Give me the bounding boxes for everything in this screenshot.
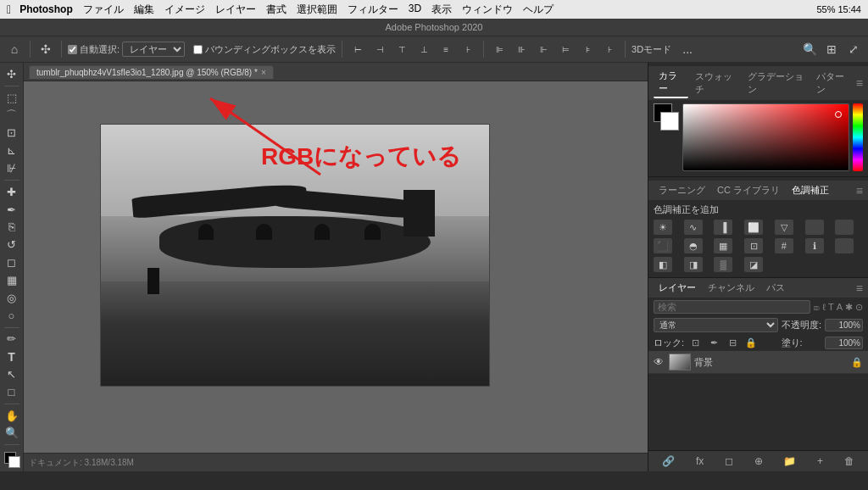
adj-gradient-map[interactable]: ▒ — [714, 257, 732, 272]
eyedropper-tool[interactable]: ⊮ — [3, 160, 21, 176]
menu-type[interactable]: 書式 — [266, 3, 287, 17]
layer-fx-button[interactable]: fx — [693, 454, 707, 469]
adj-vibrance[interactable]: ▽ — [775, 220, 793, 235]
adj-extra[interactable] — [835, 238, 854, 253]
auto-select-checkbox[interactable] — [68, 45, 77, 54]
document-canvas[interactable] — [100, 124, 490, 387]
tab-color[interactable]: カラー — [654, 68, 688, 98]
layer-visibility-icon[interactable]: 👁 — [654, 356, 665, 368]
clone-tool[interactable]: ⎘ — [3, 219, 21, 235]
menu-image[interactable]: イメージ — [164, 3, 205, 17]
shape-tool[interactable]: □ — [3, 384, 21, 400]
marquee-tool[interactable]: ⬚ — [3, 90, 21, 106]
gradient-tool[interactable]: ▦ — [3, 272, 21, 288]
tab-swatches[interactable]: スウォッチ — [690, 69, 741, 97]
align-vcenter-button[interactable]: ≡ — [437, 40, 455, 58]
adj-coloredit[interactable]: ⊡ — [744, 238, 763, 253]
lock-position-button[interactable]: ✒ — [706, 336, 721, 349]
blur-tool[interactable]: ◎ — [3, 290, 21, 306]
layer-adjustment-button[interactable]: ⊕ — [751, 454, 766, 469]
hand-tool[interactable]: ✋ — [3, 408, 21, 424]
blend-mode-select[interactable]: 通常 — [654, 318, 778, 332]
distrib-button-2[interactable]: ⊪ — [512, 40, 531, 58]
lock-pixels-button[interactable]: ⊡ — [687, 336, 703, 349]
opacity-input[interactable] — [825, 319, 863, 331]
layers-icon-3[interactable]: T — [828, 302, 834, 313]
color-gradient-box[interactable] — [682, 103, 849, 171]
distrib-button-6[interactable]: ⊦ — [600, 40, 619, 58]
tab-close-button[interactable]: × — [261, 68, 266, 77]
bg-color-swatch[interactable] — [660, 112, 679, 131]
adj-panel-menu[interactable]: ≡ — [856, 184, 863, 198]
layers-panel-menu[interactable]: ≡ — [856, 281, 863, 295]
move-tool-button[interactable]: ✣ — [36, 40, 55, 58]
menu-3d[interactable]: 3D — [409, 3, 421, 17]
bounding-box-checkbox[interactable] — [193, 45, 203, 54]
workspace-button[interactable]: ⊞ — [822, 40, 841, 58]
adj-grid[interactable]: # — [775, 238, 793, 253]
tab-gradients[interactable]: グラデーション — [743, 69, 810, 97]
fg-bg-color-widget[interactable] — [3, 450, 21, 466]
adj-posterize[interactable]: ◧ — [654, 257, 672, 272]
align-bottom-button[interactable]: ⊦ — [459, 40, 477, 58]
adj-photofilter[interactable]: ◓ — [684, 238, 703, 253]
type-tool[interactable]: T — [3, 348, 21, 365]
search-button[interactable]: 🔍 — [800, 40, 819, 58]
pen-tool[interactable]: ✏ — [3, 331, 21, 347]
adj-exposure[interactable]: ⬜ — [744, 220, 763, 235]
lasso-tool[interactable]: ⌒ — [3, 108, 21, 124]
layers-search-input[interactable] — [654, 300, 810, 314]
adj-selective[interactable]: ◪ — [744, 257, 763, 272]
fill-input[interactable] — [825, 337, 863, 349]
layer-delete-button[interactable]: 🗑 — [841, 454, 858, 469]
adj-curves[interactable]: ∿ — [684, 220, 703, 235]
crop-tool[interactable]: ⊾ — [3, 142, 21, 159]
layer-new-button[interactable]: + — [814, 454, 826, 469]
history-brush-tool[interactable]: ↺ — [3, 237, 21, 253]
lock-artboard-button[interactable]: ⊟ — [725, 336, 740, 349]
zoom-tool[interactable]: 🔍 — [3, 425, 21, 441]
eraser-tool[interactable]: ◻ — [3, 254, 21, 270]
tab-cc-library[interactable]: CC ライブラリ — [712, 182, 785, 198]
distrib-button-1[interactable]: ⊫ — [490, 40, 509, 58]
adj-brightness[interactable]: ☀ — [654, 220, 672, 235]
tab-patterns[interactable]: パターン — [811, 69, 854, 97]
layer-item-background[interactable]: 👁 背景 🔒 — [648, 351, 868, 374]
distrib-button-4[interactable]: ⊨ — [556, 40, 575, 58]
apple-menu[interactable]:  — [7, 3, 11, 16]
menu-filter[interactable]: フィルター — [348, 3, 398, 17]
app-name[interactable]: Photoshop — [19, 3, 73, 15]
align-right-button[interactable]: ⊤ — [392, 40, 411, 58]
layers-icon-6[interactable]: ⊙ — [855, 302, 863, 313]
tab-learning[interactable]: ラーニング — [654, 182, 710, 198]
menu-window[interactable]: ウィンドウ — [462, 3, 513, 17]
distrib-button-3[interactable]: ⊩ — [534, 40, 553, 58]
menu-help[interactable]: ヘルプ — [523, 3, 554, 17]
layers-icon-5[interactable]: ✱ — [845, 302, 853, 313]
healing-tool[interactable]: ✚ — [3, 184, 21, 200]
adj-hsl[interactable] — [805, 220, 824, 235]
tab-layers[interactable]: レイヤー — [654, 280, 701, 296]
dodge-tool[interactable]: ○ — [3, 308, 21, 324]
tab-paths[interactable]: パス — [761, 280, 790, 296]
adj-channelmix[interactable]: ▦ — [714, 238, 732, 253]
adj-info[interactable]: ℹ — [805, 238, 824, 253]
menu-edit[interactable]: 編集 — [134, 3, 154, 17]
layer-link-button[interactable]: 🔗 — [659, 454, 678, 469]
align-left-button[interactable]: ⊢ — [348, 40, 367, 58]
tab-channels[interactable]: チャンネル — [703, 280, 760, 296]
hue-slider[interactable] — [853, 103, 863, 171]
align-top-button[interactable]: ⊥ — [415, 40, 433, 58]
brush-tool[interactable]: ✒ — [3, 202, 21, 218]
path-select-tool[interactable]: ↖ — [3, 366, 21, 382]
menu-view[interactable]: 表示 — [431, 3, 452, 17]
layers-icon-4[interactable]: A — [837, 302, 843, 313]
align-center-button[interactable]: ⊣ — [370, 40, 389, 58]
adj-bw[interactable]: ⬛ — [654, 238, 672, 253]
document-tab[interactable]: tumblr_phuqbhz4vV1sfIe3io1_1280.jpg @ 15… — [29, 65, 274, 79]
layer-group-button[interactable]: 📁 — [780, 454, 799, 469]
layer-mask-button[interactable]: ◻ — [721, 454, 737, 469]
move-tool[interactable]: ✣ — [3, 66, 21, 82]
adj-levels[interactable]: ▐ — [714, 220, 732, 235]
home-button[interactable]: ⌂ — [5, 40, 24, 58]
